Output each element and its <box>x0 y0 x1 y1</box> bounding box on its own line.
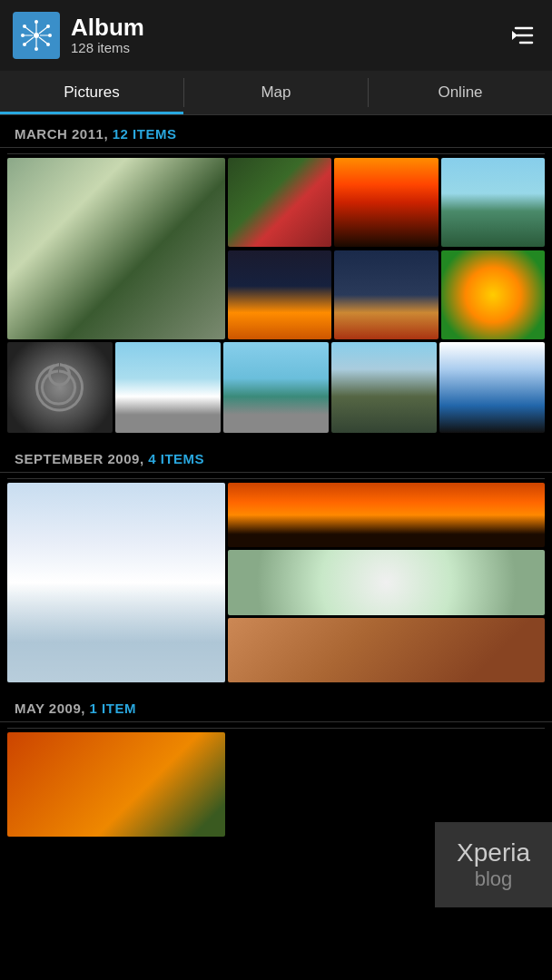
svg-point-6 <box>23 24 26 28</box>
section-month-may: MAY 2009 <box>15 701 81 716</box>
tab-map[interactable]: Map <box>184 71 368 114</box>
svg-point-0 <box>34 33 39 38</box>
photo-castle[interactable] <box>115 342 221 433</box>
section-count-may: 1 ITEM <box>90 701 136 716</box>
photo-market[interactable] <box>7 732 225 837</box>
photo-magnolia[interactable] <box>7 158 225 339</box>
svg-marker-20 <box>512 31 518 40</box>
tab-pictures[interactable]: Pictures <box>0 71 183 114</box>
app-icon <box>13 12 60 59</box>
photo-beach[interactable] <box>223 342 329 433</box>
section-month-sep: SEPTEMBER 2009 <box>15 451 140 466</box>
xperia-watermark: Xperia blog <box>435 822 552 907</box>
photo-berries[interactable] <box>228 158 331 247</box>
svg-line-5 <box>25 27 34 34</box>
photo-spiral[interactable] <box>7 342 113 433</box>
section-header-march: MARCH 2011, 12 ITEMS <box>0 115 552 148</box>
section-header-sep: SEPTEMBER 2009, 4 ITEMS <box>0 440 552 473</box>
svg-point-8 <box>46 43 50 46</box>
photo-snow-girl[interactable] <box>7 483 225 682</box>
svg-point-2 <box>34 20 38 24</box>
brand-name: Xperia <box>457 838 530 867</box>
photo-twilight[interactable] <box>228 250 331 339</box>
content-area: MARCH 2011, 12 ITEMS <box>0 115 552 844</box>
photo-cyclist-sunset[interactable] <box>228 483 545 547</box>
brand-sub: blog <box>457 867 530 891</box>
svg-line-9 <box>25 37 34 44</box>
svg-point-14 <box>21 34 25 37</box>
svg-point-4 <box>34 47 38 51</box>
album-count: 128 items <box>71 40 130 55</box>
album-title: Album <box>71 15 144 41</box>
svg-line-11 <box>39 27 47 34</box>
header-text: Album 128 items <box>71 15 144 57</box>
tab-bar: Pictures Map Online <box>0 71 552 115</box>
photo-kitten[interactable] <box>228 618 545 682</box>
section-header-may: MAY 2009, 1 ITEM <box>0 690 552 722</box>
sort-button[interactable] <box>508 20 539 51</box>
photo-sunset-fisher[interactable] <box>334 158 438 247</box>
svg-point-16 <box>48 34 52 37</box>
photo-dandelion[interactable] <box>228 550 545 614</box>
section-count-sep: 4 ITEMS <box>148 451 204 466</box>
tab-online[interactable]: Online <box>369 71 552 114</box>
section-count: 12 ITEMS <box>113 126 177 142</box>
photo-flower[interactable] <box>441 250 545 339</box>
header-left: Album 128 items <box>13 12 144 59</box>
section-month: MARCH 2011 <box>15 126 104 142</box>
svg-point-12 <box>46 24 50 28</box>
photo-coastline[interactable] <box>441 158 545 247</box>
app-header: Album 128 items <box>0 0 552 71</box>
photo-rocks[interactable] <box>331 342 437 433</box>
svg-line-7 <box>39 37 47 44</box>
photo-bridge[interactable] <box>334 250 438 339</box>
photo-waves[interactable] <box>439 342 545 433</box>
svg-point-10 <box>23 43 26 46</box>
